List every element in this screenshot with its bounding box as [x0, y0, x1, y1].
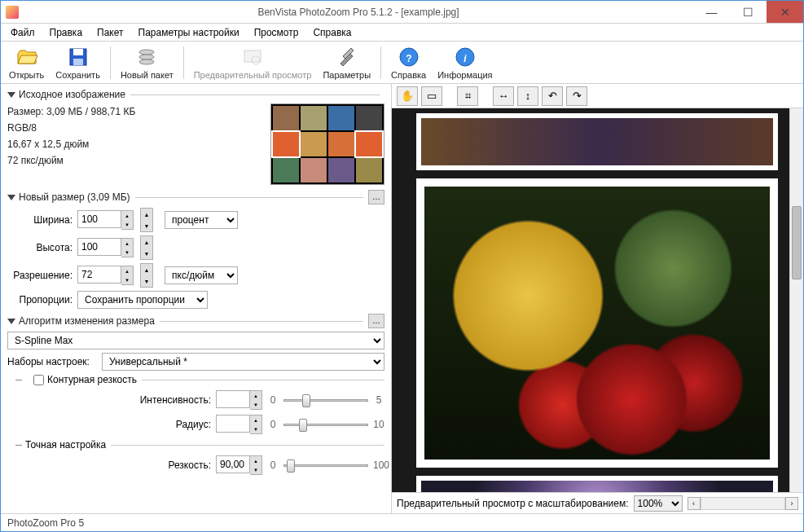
width-step-up[interactable]: ▲	[141, 209, 152, 220]
width-input[interactable]	[77, 210, 121, 228]
menubar: Файл Правка Пакет Параметры настройки Пр…	[1, 24, 803, 42]
zoom-label: Предварительный просмотр с масштабирован…	[397, 498, 629, 509]
res-step-up[interactable]: ▲	[141, 264, 152, 275]
flip-v-button[interactable]: ↕	[517, 86, 538, 106]
save-button[interactable]: Сохранить	[51, 44, 105, 81]
maximize-button[interactable]: ☐	[730, 1, 767, 23]
zoom-select[interactable]: 100%	[634, 495, 683, 512]
batch-icon	[135, 46, 158, 68]
svg-text:?: ?	[406, 53, 411, 64]
collapse-icon[interactable]	[7, 319, 15, 324]
settings-panel: Исходное изображение Размер: 3,09 МБ / 9…	[1, 84, 392, 513]
floppy-icon	[67, 46, 90, 68]
svg-rect-6	[244, 51, 261, 62]
params-button[interactable]: Параметры	[318, 44, 376, 81]
intensity-label: Интенсивность:	[7, 394, 211, 406]
res-step-down[interactable]: ▼	[141, 275, 152, 287]
width-step-down[interactable]: ▼	[141, 220, 152, 231]
svg-point-3	[139, 50, 154, 55]
aspect-label: Пропорции:	[7, 294, 72, 306]
svg-rect-2	[73, 59, 83, 65]
contour-label: Контурная резкость	[47, 374, 137, 385]
app-icon	[6, 6, 19, 19]
menu-batch[interactable]: Пакет	[90, 25, 130, 40]
folder-open-icon	[15, 46, 38, 68]
tools-icon	[336, 46, 358, 68]
marquee-tool-button[interactable]: ▭	[421, 86, 442, 106]
titlebar: BenVista PhotoZoom Pro 5.1.2 - [example.…	[1, 1, 803, 24]
spin-up[interactable]: ▲	[121, 211, 133, 220]
algo-heading: Алгоритм изменения размера	[19, 315, 155, 327]
new-batch-button[interactable]: Новый пакет	[116, 44, 178, 81]
presets-label: Наборы настроек:	[7, 356, 97, 367]
method-select[interactable]: S-Spline Max	[7, 332, 384, 350]
radius-input[interactable]	[216, 415, 250, 433]
collapse-icon[interactable]	[7, 195, 15, 200]
rotate-ccw-button[interactable]: ↶	[542, 86, 563, 106]
preview-vscroll[interactable]	[789, 108, 803, 492]
menu-settings[interactable]: Параметры настройки	[132, 25, 246, 40]
fine-label: Точная настройка	[25, 439, 106, 451]
window-title: BenVista PhotoZoom Pro 5.1.2 - [example.…	[24, 7, 693, 18]
res-unit-select[interactable]: пкс/дюйм	[165, 266, 238, 284]
spin-up[interactable]: ▲	[121, 239, 133, 248]
radius-label: Радиус:	[7, 419, 211, 430]
resolution-input[interactable]	[77, 266, 121, 284]
resolution-label: Разрешение:	[7, 270, 72, 281]
preview-toolbar: ✋ ▭ ⌗ ↔ ↕ ↶ ↷	[392, 84, 803, 108]
aspect-select[interactable]: Сохранить пропорции	[77, 291, 208, 309]
height-step-up[interactable]: ▲	[141, 236, 152, 248]
collapse-icon[interactable]	[7, 92, 15, 98]
newsize-options-button[interactable]: …	[368, 190, 384, 204]
height-input[interactable]	[77, 238, 121, 256]
size-unit-select[interactable]: процент	[165, 211, 238, 229]
preview-button[interactable]: Предварительный просмотр	[189, 44, 317, 81]
status-text: PhotoZoom Pro 5	[7, 517, 84, 529]
hand-tool-button[interactable]: ✋	[397, 86, 418, 106]
menu-view[interactable]: Просмотр	[248, 25, 305, 40]
info-icon: i	[454, 46, 477, 68]
spin-up[interactable]: ▲	[121, 266, 133, 275]
scroll-left-button[interactable]: ‹	[688, 497, 701, 510]
toolbar: Открыть Сохранить Новый пакет Предварите…	[1, 42, 803, 84]
source-dims: 16,67 x 12,5 дюйм	[7, 136, 262, 152]
svg-point-5	[139, 59, 154, 64]
height-step-down[interactable]: ▼	[141, 248, 152, 259]
crop-tool-button[interactable]: ⌗	[457, 86, 478, 106]
statusbar: PhotoZoom Pro 5	[1, 513, 803, 531]
menu-edit[interactable]: Правка	[43, 25, 90, 40]
height-label: Высота:	[7, 242, 72, 253]
open-button[interactable]: Открыть	[4, 44, 49, 81]
sharp-label: Резкость:	[7, 459, 211, 471]
rotate-cw-button[interactable]: ↷	[566, 86, 587, 106]
info-button[interactable]: i Информация	[433, 44, 497, 81]
close-button[interactable]: ✕	[767, 1, 803, 23]
preset-select[interactable]: Универсальный *	[102, 353, 384, 371]
minimize-button[interactable]: —	[693, 1, 730, 23]
preview-canvas[interactable]	[392, 108, 789, 492]
help-button[interactable]: ? Справка	[386, 44, 431, 81]
spin-down[interactable]: ▼	[121, 275, 133, 284]
source-mode: RGB/8	[7, 120, 262, 136]
intensity-slider[interactable]	[283, 392, 368, 408]
intensity-input[interactable]	[216, 390, 250, 408]
menu-help[interactable]: Справка	[306, 25, 358, 40]
source-size: Размер: 3,09 МБ / 988,71 КБ	[7, 103, 262, 120]
scroll-right-button[interactable]: ›	[785, 497, 798, 510]
source-thumbnail[interactable]	[270, 103, 384, 185]
source-dpi: 72 пкс/дюйм	[7, 152, 262, 169]
flip-h-button[interactable]: ↔	[493, 86, 514, 106]
sharp-input[interactable]	[216, 455, 250, 473]
source-heading: Исходное изображение	[19, 89, 125, 100]
spin-down[interactable]: ▼	[121, 248, 133, 257]
menu-file[interactable]: Файл	[4, 25, 42, 40]
sharp-slider[interactable]	[283, 457, 368, 473]
radius-slider[interactable]	[283, 416, 368, 433]
preview-hscroll[interactable]: ‹ ›	[688, 497, 798, 510]
spin-down[interactable]: ▼	[121, 220, 133, 229]
algo-options-button[interactable]: …	[368, 314, 384, 328]
preview-panel: ✋ ▭ ⌗ ↔ ↕ ↶ ↷ Предварительный просмотр с…	[392, 84, 803, 513]
help-icon: ?	[398, 46, 420, 68]
preview-icon	[241, 46, 264, 68]
contour-checkbox[interactable]	[33, 375, 44, 385]
